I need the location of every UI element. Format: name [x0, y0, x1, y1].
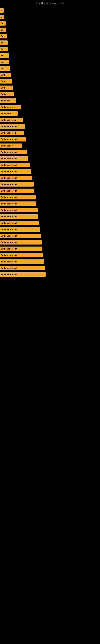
bar-item: Bo — [0, 21, 6, 26]
bar-row: Bo — [0, 46, 100, 52]
bar-label: Bottleneck result — [1, 158, 17, 160]
bar-label: Bottleneck result — [1, 196, 17, 198]
bar-label: Bottleneck result — [1, 190, 17, 192]
bar-label: Bottleneck result — [1, 177, 17, 179]
bar-label: Bottleneck result — [1, 209, 17, 211]
bar-row: Bot — [0, 66, 100, 71]
bar-item: Bottleneck result — [0, 137, 26, 142]
bar-row: Bottleneck result — [0, 272, 100, 277]
bar-item: Bottleneck result — [0, 227, 40, 232]
bar-item: Bottleneck result — [0, 124, 25, 128]
bar-row: Bottleneck resul — [0, 117, 100, 123]
bar-item: Bottleneck result — [0, 208, 38, 212]
bar-row: Bottlenec — [0, 98, 100, 104]
bar-label: Bottleneck result — [1, 267, 17, 269]
bar-label: Bottleneck result — [1, 274, 17, 276]
bar-item: Bottleneck result — [0, 260, 44, 264]
bar-label: Bo — [1, 35, 3, 38]
bar-item: Bottleneck result — [0, 169, 31, 174]
bar-item: Bot — [0, 66, 10, 71]
bar-row: Bottleneck result — [0, 265, 100, 271]
bar-item: Bottleneck result — [0, 176, 32, 180]
bar-row: Bottleneck res — [0, 143, 100, 148]
bar-row: B — [0, 14, 100, 20]
bar-label: Bottleneck — [1, 112, 11, 115]
bar-row: Bottleneck result — [0, 182, 100, 187]
bar-item: Bottleneck res — [0, 144, 22, 148]
bar-row: Bottl — [0, 85, 100, 90]
bar-label: Bottleneck result — [1, 170, 17, 173]
bar-item: Bottleneck result — [0, 266, 45, 270]
bar-label: Bo — [1, 54, 3, 57]
bar-row: Bottleneck result — [0, 124, 100, 129]
bar-label: Bottle — [1, 93, 6, 96]
bar-row: B — [0, 8, 100, 13]
bar-label: Bottl — [1, 80, 5, 82]
bar-label: Bottleneck result — [1, 254, 17, 256]
bar-row: Bottleneck result — [0, 188, 100, 194]
bar-item: B — [0, 8, 3, 13]
bar-item: Bottleneck result — [0, 156, 28, 161]
bar-row: Bottleneck result — [0, 156, 100, 162]
bar-item: Bottleneck result — [0, 221, 39, 225]
bar-label: Bottleneck resul — [1, 119, 16, 121]
bar-label: Bottl — [1, 87, 5, 89]
bar-row: Bottleneck result — [0, 162, 100, 168]
bar-label: Bottleneck result — [1, 203, 17, 205]
bar-row: Bottleneck result — [0, 259, 100, 264]
bar-row: Bottleneck result — [0, 252, 100, 258]
bar-label: Bottleneck result — [1, 151, 17, 153]
bar-row: Bo — [0, 34, 100, 39]
bar-item: Bottleneck result — [0, 202, 36, 206]
bar-row: Bo — [0, 53, 100, 58]
bar-item: Bo — [0, 53, 9, 58]
bar-row: Bo — [0, 27, 100, 32]
bar-row: Bottleneck result — [0, 233, 100, 239]
bar-label: Bo — [1, 42, 3, 44]
bar-label: Bottleneck result — [1, 126, 17, 128]
bar-row: Bottleneck result — [0, 136, 100, 142]
bar-label: Bott — [1, 74, 5, 76]
bar-item: Bottlenec — [0, 98, 16, 103]
bar-item: Bottleneck resu — [0, 130, 24, 135]
bar-label: Bo — [1, 22, 3, 24]
bar-label: Bottleneck resu — [1, 132, 16, 134]
bar-label: Bottleneck res — [1, 106, 15, 108]
bar-row: Bottleneck result — [0, 220, 100, 226]
bar-row: Bottleneck result — [0, 226, 100, 232]
bar-label: Bottleneck result — [1, 241, 17, 244]
bar-item: Bo — [0, 47, 8, 51]
bar-label: B — [1, 10, 2, 12]
bar-row: Bo — [0, 40, 100, 46]
bar-row: Bottleneck result — [0, 194, 100, 200]
bar-label: Bottleneck result — [1, 164, 17, 166]
bar-row: Bottleneck result — [0, 246, 100, 252]
bar-label: Bottleneck result — [1, 235, 17, 237]
bar-label: B — [1, 16, 2, 18]
bar-row: Bottleneck result — [0, 214, 100, 219]
bar-row: Bottle — [0, 91, 100, 97]
bar-label: Bo — [1, 29, 3, 31]
bar-label: Bottleneck result — [1, 183, 17, 186]
bar-item: Bo — [0, 60, 9, 64]
bar-label: Bottleneck result — [1, 216, 17, 218]
bar-item: Bottleneck result — [0, 188, 34, 193]
bar-row: Bo — [0, 59, 100, 65]
bar-row: Bottleneck resu — [0, 130, 100, 136]
bar-label: Bottleneck result — [1, 260, 17, 263]
bar-row: Bottleneck result — [0, 149, 100, 155]
bar-item: Bo — [0, 34, 7, 38]
bar-label: Bottleneck result — [1, 138, 17, 140]
bar-item: Bo — [0, 40, 8, 45]
bar-label: Bo — [1, 61, 3, 63]
bar-item: Bottl — [0, 86, 13, 90]
bar-label: Bot — [1, 68, 4, 70]
bar-row: Bottl — [0, 78, 100, 84]
bar-row: Bottleneck res — [0, 104, 100, 110]
bar-item: B — [0, 15, 4, 19]
bar-row: Bottleneck — [0, 111, 100, 116]
site-title: TheBottlenecker.com — [0, 0, 100, 6]
bar-label: Bo — [1, 48, 3, 50]
bar-item: Bottleneck result — [0, 214, 38, 219]
bar-item: Bottleneck result — [0, 182, 34, 186]
